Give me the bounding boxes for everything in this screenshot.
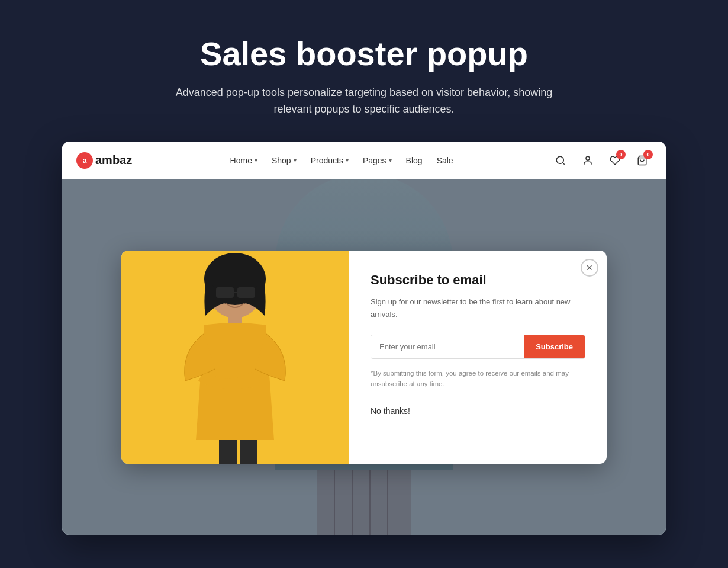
nav-links: Home ▾ Shop ▾ Products ▾ Pages ▾ <box>224 151 459 170</box>
nav-link-products[interactable]: Products ▾ <box>305 151 355 170</box>
hero-subtitle: Advanced pop-up tools personalize target… <box>163 84 565 118</box>
svg-point-2 <box>586 156 590 160</box>
logo-text: ambaz <box>95 153 132 167</box>
logo-icon: a <box>76 152 93 169</box>
no-thanks-link[interactable]: No thanks! <box>371 406 410 416</box>
logo-letter: a <box>83 156 87 165</box>
svg-rect-23 <box>240 440 257 464</box>
popup-content: ✕ Subscribe to email Sign up for our new… <box>349 251 607 464</box>
store-nav: a ambaz Home ▾ Shop ▾ Products ▾ <box>62 142 666 179</box>
nav-item-sale[interactable]: Sale <box>431 151 459 170</box>
nav-item-home[interactable]: Home ▾ <box>224 151 263 170</box>
popup-modal: ✕ Subscribe to email Sign up for our new… <box>121 251 607 464</box>
nav-link-home[interactable]: Home ▾ <box>224 151 263 170</box>
popup-title: Subscribe to email <box>371 272 585 289</box>
popup-description: Sign up for our newsletter to be the fir… <box>371 296 585 321</box>
nav-link-pages[interactable]: Pages ▾ <box>357 151 398 170</box>
wishlist-button[interactable]: 0 <box>605 151 624 170</box>
browser-mockup: a ambaz Home ▾ Shop ▾ Products ▾ <box>62 142 666 535</box>
popup-close-button[interactable]: ✕ <box>581 259 598 277</box>
account-icon <box>582 155 593 166</box>
nav-item-shop[interactable]: Shop ▾ <box>266 151 302 170</box>
nav-item-pages[interactable]: Pages ▾ <box>357 151 398 170</box>
hero-title: Sales booster popup <box>163 36 565 72</box>
store-hero: ✕ Subscribe to email Sign up for our new… <box>62 179 666 535</box>
woman-illustration <box>121 251 349 464</box>
svg-rect-22 <box>219 440 237 464</box>
popup-disclaimer: *By submitting this form, you agree to r… <box>371 368 585 389</box>
chevron-down-icon: ▾ <box>389 157 392 163</box>
cart-button[interactable]: 0 <box>633 151 652 170</box>
chevron-down-icon: ▾ <box>294 157 297 163</box>
svg-rect-19 <box>237 287 255 298</box>
svg-rect-18 <box>216 287 234 298</box>
nav-item-products[interactable]: Products ▾ <box>305 151 355 170</box>
popup-image-side <box>121 251 349 464</box>
search-icon <box>555 155 566 166</box>
chevron-down-icon: ▾ <box>346 157 349 163</box>
svg-point-0 <box>556 156 563 163</box>
nav-link-shop[interactable]: Shop ▾ <box>266 151 302 170</box>
nav-icons: 0 0 <box>551 151 652 170</box>
chevron-down-icon: ▾ <box>255 157 257 163</box>
email-input[interactable] <box>371 335 524 358</box>
hero-section: Sales booster popup Advanced pop-up tool… <box>163 36 565 118</box>
close-icon: ✕ <box>586 263 593 272</box>
nav-item-blog[interactable]: Blog <box>400 151 429 170</box>
search-button[interactable] <box>551 151 570 170</box>
account-button[interactable] <box>578 151 597 170</box>
store-logo: a ambaz <box>76 152 132 169</box>
nav-link-sale[interactable]: Sale <box>431 151 459 170</box>
popup-overlay: ✕ Subscribe to email Sign up for our new… <box>62 179 666 535</box>
cart-badge: 0 <box>643 150 653 159</box>
nav-link-blog[interactable]: Blog <box>400 151 429 170</box>
svg-line-1 <box>562 162 564 164</box>
wishlist-badge: 0 <box>616 150 626 159</box>
subscribe-button[interactable]: Subscribe <box>524 335 585 358</box>
popup-form: Subscribe <box>371 335 585 359</box>
